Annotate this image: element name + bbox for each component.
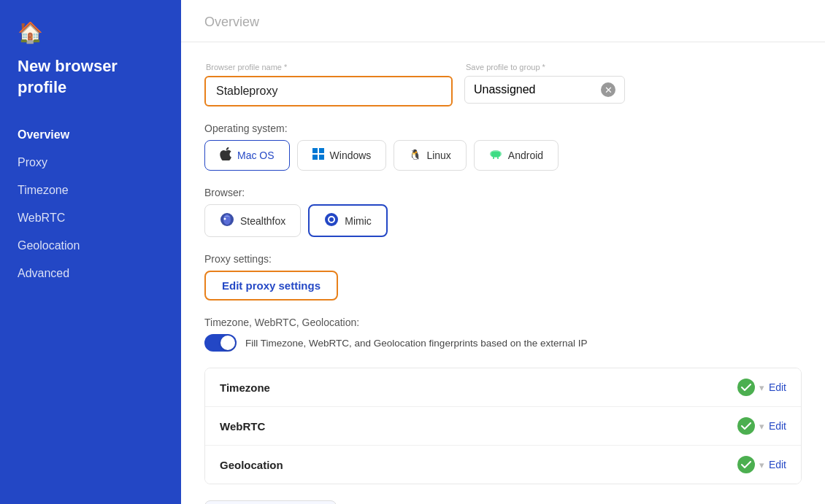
chevron-icon-timezone[interactable]: ▾ bbox=[759, 382, 764, 393]
tz-webrtc-geo-label: Timezone, WebRTC, Geolocation: bbox=[204, 317, 802, 328]
chevron-icon-geolocation[interactable]: ▾ bbox=[759, 460, 764, 470]
proxy-section: Proxy settings: Edit proxy settings bbox=[204, 253, 802, 301]
row-label-webrtc: WebRTC bbox=[220, 420, 737, 433]
main-header: Overview bbox=[181, 0, 825, 42]
os-section-label: Operating system: bbox=[204, 123, 802, 134]
svg-text:🐧: 🐧 bbox=[409, 149, 421, 160]
proxy-section-label: Proxy settings: bbox=[204, 253, 802, 265]
check-icon-geolocation bbox=[737, 456, 755, 473]
apple-icon bbox=[220, 147, 231, 163]
sidebar-item-overview[interactable]: Overview bbox=[0, 121, 181, 149]
svg-rect-7 bbox=[493, 157, 494, 159]
toggle-knob bbox=[220, 336, 235, 350]
linux-icon: 🐧 bbox=[409, 148, 421, 163]
row-label-geolocation: Geolocation bbox=[220, 459, 737, 471]
browser-stealthfox-button[interactable]: Stealthfox bbox=[204, 204, 301, 237]
os-windows-button[interactable]: Windows bbox=[297, 140, 387, 171]
sidebar-item-proxy[interactable]: Proxy bbox=[0, 149, 181, 177]
fill-toggle-row: Fill Timezone, WebRTC, and Geolocation f… bbox=[204, 334, 802, 352]
group-select[interactable]: Unassigned ✕ bbox=[464, 76, 625, 104]
sidebar-item-timezone[interactable]: Timezone bbox=[0, 177, 181, 204]
os-linux-button[interactable]: 🐧 Linux bbox=[394, 140, 466, 171]
table-row-webrtc: WebRTC ▾ Edit bbox=[205, 407, 801, 446]
profile-name-input[interactable] bbox=[204, 76, 453, 106]
home-button[interactable]: 🏠 bbox=[0, 0, 181, 56]
svg-point-14 bbox=[329, 217, 334, 222]
table-row-timezone: Timezone ▾ Edit bbox=[205, 368, 801, 407]
svg-rect-6 bbox=[491, 152, 500, 157]
info-table: Timezone ▾ Edit WebRTC ▾ Edit Geolocatio… bbox=[204, 368, 802, 484]
svg-rect-0 bbox=[312, 148, 318, 153]
clear-group-button[interactable]: ✕ bbox=[601, 82, 615, 97]
get-fingerprint-button[interactable]: Get new fingerprint bbox=[204, 500, 337, 504]
main-body: Browser profile name * Save profile to g… bbox=[181, 42, 825, 504]
sidebar-title: New browser profile bbox=[0, 56, 181, 121]
fill-toggle[interactable] bbox=[204, 334, 237, 352]
tz-webrtc-geo-section: Timezone, WebRTC, Geolocation: Fill Time… bbox=[204, 317, 802, 352]
row-actions-webrtc: ▾ Edit bbox=[737, 417, 786, 435]
windows-icon bbox=[312, 148, 324, 163]
page-title: Overview bbox=[204, 15, 259, 29]
os-android-label: Android bbox=[508, 150, 543, 161]
svg-rect-2 bbox=[312, 155, 318, 160]
chevron-icon-webrtc[interactable]: ▾ bbox=[759, 421, 764, 432]
os-section: Operating system: Mac OS Windows 🐧 Li bbox=[204, 123, 802, 171]
group-label: Save profile to group * bbox=[464, 63, 625, 71]
browser-section: Browser: Stealthfox bbox=[204, 187, 802, 237]
os-android-button[interactable]: Android bbox=[474, 140, 559, 171]
group-value: Unassigned bbox=[474, 83, 536, 96]
svg-rect-1 bbox=[319, 148, 324, 153]
check-icon-webrtc bbox=[737, 417, 755, 435]
os-linux-label: Linux bbox=[426, 150, 450, 161]
mimic-label: Mimic bbox=[345, 215, 372, 227]
table-row-geolocation: Geolocation ▾ Edit bbox=[205, 446, 801, 484]
group-field-group: Save profile to group * Unassigned ✕ bbox=[464, 63, 625, 104]
edit-link-timezone[interactable]: Edit bbox=[769, 381, 786, 393]
sidebar-item-webrtc[interactable]: WebRTC bbox=[0, 204, 181, 232]
profile-name-label: Browser profile name * bbox=[204, 63, 453, 71]
row-actions-timezone: ▾ Edit bbox=[737, 379, 786, 396]
edit-link-geolocation[interactable]: Edit bbox=[769, 459, 786, 470]
sidebar: 🏠 New browser profile OverviewProxyTimez… bbox=[0, 0, 181, 504]
fill-toggle-label: Fill Timezone, WebRTC, and Geolocation f… bbox=[245, 338, 588, 349]
sidebar-nav: OverviewProxyTimezoneWebRTCGeolocationAd… bbox=[0, 121, 181, 287]
row-label-timezone: Timezone bbox=[220, 381, 737, 394]
svg-rect-8 bbox=[497, 157, 499, 159]
row-actions-geolocation: ▾ Edit bbox=[737, 456, 786, 473]
stealthfox-label: Stealthfox bbox=[240, 215, 285, 227]
sidebar-item-advanced[interactable]: Advanced bbox=[0, 260, 181, 287]
profile-name-field-group: Browser profile name * bbox=[204, 63, 453, 106]
os-buttons: Mac OS Windows 🐧 Linux bbox=[204, 140, 802, 171]
os-macos-button[interactable]: Mac OS bbox=[204, 140, 290, 171]
browser-section-label: Browser: bbox=[204, 187, 802, 198]
main-content: Overview Browser profile name * Save pro… bbox=[181, 0, 825, 504]
edit-proxy-button[interactable]: Edit proxy settings bbox=[204, 271, 338, 301]
svg-point-11 bbox=[224, 218, 226, 220]
browser-buttons: Stealthfox Mimic bbox=[204, 204, 802, 237]
stealthfox-icon bbox=[220, 212, 234, 229]
mimic-icon bbox=[324, 212, 339, 229]
svg-rect-3 bbox=[319, 155, 324, 160]
sidebar-item-geolocation[interactable]: Geolocation bbox=[0, 232, 181, 260]
check-icon-timezone bbox=[737, 379, 755, 396]
profile-group-row: Browser profile name * Save profile to g… bbox=[204, 63, 802, 106]
os-windows-label: Windows bbox=[330, 150, 372, 161]
android-icon bbox=[489, 149, 502, 162]
edit-link-webrtc[interactable]: Edit bbox=[769, 420, 786, 432]
os-macos-label: Mac OS bbox=[237, 150, 275, 161]
browser-mimic-button[interactable]: Mimic bbox=[308, 204, 388, 237]
